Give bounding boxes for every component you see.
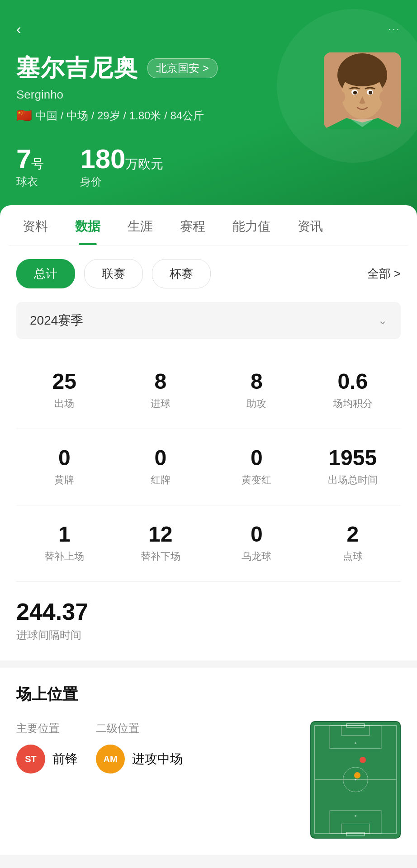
svg-point-20 — [355, 742, 356, 744]
back-button[interactable]: ‹ — [16, 22, 21, 36]
filter-all[interactable]: 全部 > — [367, 266, 401, 282]
stat-val-goals: 8 — [117, 371, 204, 392]
stat-yellow-red: 0 黄变红 — [208, 434, 305, 500]
svg-point-21 — [355, 815, 356, 817]
stats-row-3: 1 替补上场 12 替补下场 0 乌龙球 2 点球 — [16, 510, 401, 577]
primary-pos-name: 前锋 — [52, 750, 78, 768]
player-meta-text: 中国 / 中场 / 29岁 / 1.80米 / 84公斤 — [36, 108, 204, 123]
stat-val-own-goal: 0 — [213, 524, 300, 545]
primary-position-col: 主要位置 ST 前锋 — [16, 721, 78, 839]
svg-point-3 — [342, 68, 382, 86]
primary-badge-row: ST 前锋 — [16, 745, 78, 774]
svg-point-9 — [379, 91, 387, 102]
value-number-item: 180万欧元 身价 — [80, 146, 163, 189]
stat-label-total-time: 出场总时间 — [309, 473, 397, 487]
stat-yellow: 0 黄牌 — [16, 434, 113, 500]
secondary-position-dot — [354, 772, 360, 778]
stat-val-sub-out: 12 — [117, 524, 204, 545]
season-selector[interactable]: 2024赛季 ⌄ — [16, 302, 401, 339]
stat-val-avg-score: 0.6 — [309, 371, 397, 392]
jersey-number-val: 7号 — [16, 146, 44, 173]
stat-val-yellow-red: 0 — [213, 447, 300, 469]
secondary-pos-name: 进攻中场 — [132, 750, 183, 768]
stat-penalty: 2 点球 — [305, 510, 401, 577]
team-tag[interactable]: 北京国安 > — [147, 58, 218, 78]
stat-label-yellow-red: 黄变红 — [213, 473, 300, 487]
stat-assists: 8 助攻 — [208, 357, 305, 424]
tab-career[interactable]: 生涯 — [114, 205, 166, 245]
divider-1 — [16, 429, 401, 429]
svg-rect-14 — [330, 726, 381, 749]
stat-appearances: 25 出场 — [16, 357, 113, 424]
secondary-badge-row: AM 进攻中场 — [96, 745, 183, 774]
player-name-en: Serginho — [16, 88, 315, 102]
stats-row-2: 0 黄牌 0 红牌 0 黄变红 1955 出场总时间 — [16, 434, 401, 500]
jersey-number-item: 7号 球衣 — [16, 146, 44, 189]
filter-cup[interactable]: 杯赛 — [152, 259, 211, 288]
svg-point-7 — [369, 91, 372, 94]
stat-sub-out: 12 替补下场 — [113, 510, 209, 577]
stat-label-yellow: 黄牌 — [21, 473, 108, 487]
stat-own-goal: 0 乌龙球 — [208, 510, 305, 577]
filter-league[interactable]: 联赛 — [84, 259, 143, 288]
svg-point-13 — [355, 778, 356, 780]
player-name-row: 塞尔吉尼奥 北京国安 > — [16, 52, 315, 84]
svg-point-6 — [353, 91, 357, 94]
stat-label-appearances: 出场 — [21, 397, 108, 410]
value-number-label: 身价 — [80, 175, 163, 189]
season-text: 2024赛季 — [30, 312, 83, 329]
stat-label-avg-score: 场均积分 — [309, 397, 397, 410]
position-section-title: 场上位置 — [16, 684, 401, 705]
stat-label-red: 红牌 — [117, 473, 204, 487]
svg-point-8 — [338, 91, 345, 102]
tab-schedule[interactable]: 赛程 — [166, 205, 219, 245]
field-lines-svg — [311, 722, 400, 837]
stat-val-yellow: 0 — [21, 447, 108, 469]
player-info-left: 塞尔吉尼奥 北京国安 > Serginho 🇨🇳 中国 / 中场 / 29岁 /… — [16, 52, 315, 123]
chevron-down-icon: ⌄ — [378, 314, 387, 327]
hero-section: ‹ ··· 塞尔吉尼奥 北京国安 > Serginho 🇨🇳 中国 / 中场 /… — [0, 0, 417, 216]
stat-val-total-time: 1955 — [309, 447, 397, 469]
more-button[interactable]: ··· — [389, 24, 401, 34]
primary-position-dot — [360, 757, 366, 763]
stat-total-time: 1955 出场总时间 — [305, 434, 401, 500]
content-area: 总计 联赛 杯赛 全部 > 2024赛季 ⌄ 25 出场 8 进球 8 助攻 0… — [0, 245, 417, 660]
stat-red: 0 红牌 — [113, 434, 209, 500]
avatar-face — [324, 52, 401, 129]
stats-row-1: 25 出场 8 进球 8 助攻 0.6 场均积分 — [16, 357, 401, 424]
svg-rect-19 — [346, 832, 364, 836]
filter-total[interactable]: 总计 — [16, 259, 75, 288]
jersey-number-label: 球衣 — [16, 175, 44, 189]
stat-val-penalty: 2 — [309, 524, 397, 545]
stat-label-interval: 进球间隔时间 — [16, 628, 401, 642]
stat-goals: 8 进球 — [113, 357, 209, 424]
top-bar: ‹ ··· — [16, 22, 401, 36]
stat-val-interval: 244.37 — [16, 600, 401, 623]
stat-label-penalty: 点球 — [309, 550, 397, 563]
stat-label-sub-in: 替补上场 — [21, 550, 108, 563]
filter-row: 总计 联赛 杯赛 全部 > — [16, 259, 401, 288]
svg-rect-17 — [330, 811, 381, 834]
primary-position-title: 主要位置 — [16, 721, 78, 736]
tabs: 资料 数据 生涯 赛程 能力值 资讯 — [9, 205, 408, 245]
value-number-val: 180万欧元 — [80, 146, 163, 173]
st-badge: ST — [16, 745, 45, 774]
stat-label-assists: 助攻 — [213, 397, 300, 410]
tab-ability[interactable]: 能力值 — [219, 205, 284, 245]
stat-avg-score: 0.6 场均积分 — [305, 357, 401, 424]
mini-field — [310, 721, 401, 839]
tab-news[interactable]: 资讯 — [284, 205, 336, 245]
tab-stats[interactable]: 数据 — [62, 205, 114, 245]
secondary-position-col: 二级位置 AM 进攻中场 — [96, 721, 183, 839]
am-badge: AM — [96, 745, 125, 774]
big-stat-interval: 244.37 进球间隔时间 — [16, 586, 401, 647]
position-layout: 主要位置 ST 前锋 二级位置 AM 进攻中场 — [16, 721, 401, 839]
player-avatar — [324, 52, 401, 129]
tab-profile[interactable]: 资料 — [9, 205, 62, 245]
stat-val-appearances: 25 — [21, 371, 108, 392]
player-meta: 🇨🇳 中国 / 中场 / 29岁 / 1.80米 / 84公斤 — [16, 108, 315, 123]
player-info-row: 塞尔吉尼奥 北京国安 > Serginho 🇨🇳 中国 / 中场 / 29岁 /… — [16, 52, 401, 129]
player-name: 塞尔吉尼奥 — [16, 52, 138, 84]
player-numbers: 7号 球衣 180万欧元 身价 — [16, 146, 401, 189]
stat-label-sub-out: 替补下场 — [117, 550, 204, 563]
